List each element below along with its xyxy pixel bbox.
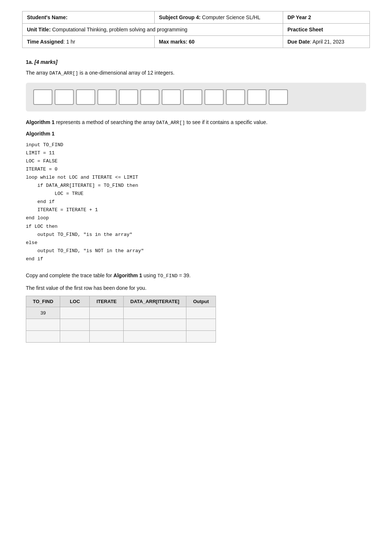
trace-col-data-arr: DATA_ARR[ITERATE] [124,296,186,307]
question-number: 1a. [4 marks] [26,59,366,65]
algorithm-intro: Algorithm 1 represents a method of searc… [26,118,366,127]
dp-year-label: DP Year 2 [288,14,311,20]
trace-col-output: Output [186,296,216,307]
trace-cell-to-find-2 [26,331,60,343]
subject-label: Subject Group 4: [159,14,201,20]
array-cell-1 [55,89,74,105]
trace-cell-loc-2 [60,331,90,343]
trace-cell-loc-1 [60,319,90,331]
question-marks: [4 marks] [34,59,57,65]
array-cell-7 [183,89,202,105]
trace-col-loc: LOC [60,296,90,307]
array-visual [26,83,366,111]
header-table: Student's Name: Subject Group 4: Compute… [22,11,370,48]
trace-cell-iterate-1 [90,319,124,331]
trace-cell-loc-0 [60,307,90,319]
trace-cell-data-arr-2 [124,331,186,343]
time-label: Time Assigned [27,39,63,45]
student-name-label: Student's Name: [27,14,68,20]
question-intro: The array DATA_ARR[] is a one-dimensiona… [26,69,366,78]
max-marks-label: Max marks: 60 [159,39,195,45]
trace-cell-to-find-1 [26,319,60,331]
trace-cell-iterate-2 [90,331,124,343]
content-area: 1a. [4 marks] The array DATA_ARR[] is a … [22,59,370,343]
table-row [26,319,216,331]
array-cell-6 [162,89,181,105]
trace-cell-output-1 [186,319,216,331]
table-row [26,331,216,343]
trace-cell-iterate-0 [90,307,124,319]
subject-value: Computer Science SL/HL [202,14,260,20]
trace-cell-data-arr-1 [124,319,186,331]
time-value: 1 hr [66,39,75,45]
array-cell-5 [140,89,159,105]
array-cell-3 [97,89,117,105]
array-cell-8 [204,89,224,105]
trace-col-iterate: ITERATE [90,296,124,307]
due-date-value: April 21, 2023 [312,39,344,45]
array-cell-2 [76,89,95,105]
array-cell-0 [33,89,52,105]
question-1a: 1a. [4 marks] The array DATA_ARR[] is a … [26,59,366,343]
algorithm-title: Algorithm 1 [26,131,366,137]
array-cell-11 [269,89,288,105]
trace-cell-output-0 [186,307,216,319]
table-row: 39 [26,307,216,319]
due-date-label: Due Date [288,39,310,45]
array-name: DATA_ARR[] [49,71,78,76]
trace-col-to-find: TO_FIND [26,296,60,307]
algorithm-code: input TO_FIND LIMIT = 11 LOC = FALSE ITE… [26,140,366,265]
unit-title-label: Unit Title: [27,27,51,32]
trace-table: TO_FIND LOC ITERATE DATA_ARR[ITERATE] Ou… [26,296,216,343]
array-cell-10 [247,89,267,105]
array-cell-4 [119,89,138,105]
trace-cell-output-2 [186,331,216,343]
trace-cell-to-find-0: 39 [26,307,60,319]
trace-instruction-2: The first value of the first row has bee… [26,284,366,292]
unit-title-value: Computational Thinking, problem solving … [52,27,187,32]
array-cell-9 [226,89,245,105]
practice-sheet-label: Practice Sheet [288,27,323,32]
trace-instruction-1: Copy and complete the trace table for Al… [26,271,366,280]
trace-cell-data-arr-0 [124,307,186,319]
